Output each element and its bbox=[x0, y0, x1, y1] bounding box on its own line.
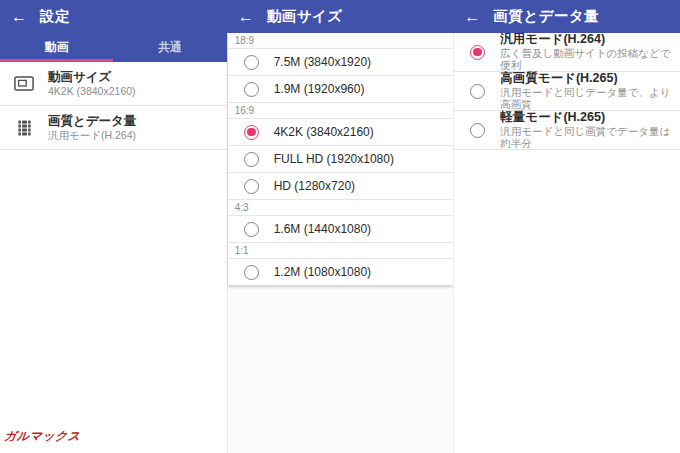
video-size-option-label: 1.9M (1920x960) bbox=[274, 82, 365, 96]
arrow-left-icon: ← bbox=[238, 8, 254, 25]
radio-unselected[interactable] bbox=[470, 84, 485, 99]
video-size-option[interactable]: 1.2M (1080x1080) bbox=[228, 259, 454, 285]
video-size-option[interactable]: 4K2K (3840x2160) bbox=[228, 119, 454, 145]
tab-動画[interactable]: 動画 bbox=[0, 33, 113, 62]
film-strip-icon bbox=[14, 120, 34, 136]
back-button[interactable]: ← bbox=[464, 9, 480, 25]
back-button[interactable]: ← bbox=[238, 9, 254, 25]
tab-label: 共通 bbox=[158, 39, 182, 56]
quality-option-subtitle: 広く普及し動画サイトの投稿などで便利 bbox=[500, 48, 680, 71]
quality-option-subtitle: 汎用モードと同じデータ量で、より高画質 bbox=[500, 87, 680, 110]
video-size-option-label: 4K2K (3840x2160) bbox=[274, 125, 374, 139]
video-size-option-label: 7.5M (3840x1920) bbox=[274, 55, 371, 69]
radio-unselected[interactable] bbox=[244, 179, 259, 194]
video-size-option-label: HD (1280x720) bbox=[274, 179, 355, 193]
video-size-option-label: 1.6M (1440x1080) bbox=[274, 222, 371, 236]
video-size-option[interactable]: HD (1280x720) bbox=[228, 173, 454, 199]
quality-appbar: ← 画質とデータ量 bbox=[453, 0, 680, 33]
quality-option-title: 高画質モード(H.265) bbox=[500, 71, 680, 86]
radio-selected[interactable] bbox=[244, 125, 259, 140]
settings-list: 動画サイズ4K2K (3840x2160)画質とデータ量汎用モード(H.264) bbox=[0, 62, 227, 150]
quality-option-subtitle: 汎用モードと同じ画質でデータ量は約半分 bbox=[500, 126, 680, 149]
settings-item[interactable]: 画質とデータ量汎用モード(H.264) bbox=[0, 106, 227, 149]
settings-item-title: 動画サイズ bbox=[48, 70, 136, 84]
aspect-ratio-label: 4:3 bbox=[228, 200, 454, 215]
settings-item-title: 画質とデータ量 bbox=[48, 114, 136, 128]
settings-item-text: 動画サイズ4K2K (3840x2160) bbox=[48, 70, 136, 98]
aspect-ratio-label: 16:9 bbox=[228, 103, 454, 118]
quality-option-list: 汎用モード(H.264)広く普及し動画サイトの投稿などで便利高画質モード(H.2… bbox=[453, 33, 680, 453]
video-size-option[interactable]: 1.6M (1440x1080) bbox=[228, 216, 454, 242]
settings-appbar: ← 設定 bbox=[0, 0, 227, 33]
quality-option-text: 汎用モード(H.264)広く普及し動画サイトの投稿などで便利 bbox=[500, 32, 680, 71]
radio-unselected[interactable] bbox=[244, 55, 259, 70]
quality-option-text: 軽量モード(H.265)汎用モードと同じ画質でデータ量は約半分 bbox=[500, 110, 680, 149]
radio-unselected[interactable] bbox=[244, 265, 259, 280]
video-size-option[interactable]: FULL HD (1920x1080) bbox=[228, 146, 454, 172]
page-title: 動画サイズ bbox=[267, 7, 343, 26]
settings-item-subtitle: 汎用モード(H.264) bbox=[48, 130, 136, 142]
tab-label: 動画 bbox=[45, 39, 69, 56]
quality-option-title: 軽量モード(H.265) bbox=[500, 110, 680, 125]
video-size-appbar: ← 動画サイズ bbox=[227, 0, 454, 33]
settings-tabbar: 動画共通 bbox=[0, 33, 227, 62]
panel-settings: ← 設定 動画共通 動画サイズ4K2K (3840x2160)画質とデータ量汎用… bbox=[0, 0, 227, 453]
settings-item-text: 画質とデータ量汎用モード(H.264) bbox=[48, 114, 136, 142]
video-size-option-label: FULL HD (1920x1080) bbox=[274, 152, 394, 166]
radio-unselected[interactable] bbox=[244, 82, 259, 97]
arrow-left-icon: ← bbox=[11, 8, 27, 25]
quality-option[interactable]: 高画質モード(H.265)汎用モードと同じデータ量で、より高画質 bbox=[454, 72, 680, 110]
radio-selected[interactable] bbox=[470, 45, 485, 60]
page-title: 画質とデータ量 bbox=[493, 7, 599, 26]
back-button[interactable]: ← bbox=[11, 9, 27, 25]
aspect-ratio-label: 1:1 bbox=[228, 243, 454, 258]
video-size-body: 18:97.5M (3840x1920)1.9M (1920x960)16:94… bbox=[227, 33, 454, 453]
quality-option[interactable]: 軽量モード(H.265)汎用モードと同じ画質でデータ量は約半分 bbox=[454, 111, 680, 149]
video-size-icon bbox=[14, 76, 34, 91]
video-size-option[interactable]: 7.5M (3840x1920) bbox=[228, 49, 454, 75]
radio-unselected[interactable] bbox=[244, 152, 259, 167]
tab-共通[interactable]: 共通 bbox=[113, 33, 226, 62]
quality-option[interactable]: 汎用モード(H.264)広く普及し動画サイトの投稿などで便利 bbox=[454, 33, 680, 71]
panel-video-size: ← 動画サイズ 18:97.5M (3840x1920)1.9M (1920x9… bbox=[227, 0, 454, 453]
arrow-left-icon: ← bbox=[464, 8, 480, 25]
settings-item[interactable]: 動画サイズ4K2K (3840x2160) bbox=[0, 62, 227, 105]
watermark-logo: ガルマックス bbox=[3, 428, 81, 445]
quality-option-text: 高画質モード(H.265)汎用モードと同じデータ量で、より高画質 bbox=[500, 71, 680, 110]
settings-item-subtitle: 4K2K (3840x2160) bbox=[48, 86, 136, 98]
divider bbox=[0, 149, 227, 150]
video-size-option-card: 18:97.5M (3840x1920)1.9M (1920x960)16:94… bbox=[228, 33, 454, 285]
radio-unselected[interactable] bbox=[244, 222, 259, 237]
video-size-option-label: 1.2M (1080x1080) bbox=[274, 265, 371, 279]
panel-quality: ← 画質とデータ量 汎用モード(H.264)広く普及し動画サイトの投稿などで便利… bbox=[453, 0, 680, 453]
screenshot-collage: ← 設定 動画共通 動画サイズ4K2K (3840x2160)画質とデータ量汎用… bbox=[0, 0, 680, 453]
video-size-option[interactable]: 1.9M (1920x960) bbox=[228, 76, 454, 102]
aspect-ratio-label: 18:9 bbox=[228, 33, 454, 48]
page-title: 設定 bbox=[40, 7, 70, 26]
quality-option-title: 汎用モード(H.264) bbox=[500, 32, 680, 47]
radio-unselected[interactable] bbox=[470, 123, 485, 138]
